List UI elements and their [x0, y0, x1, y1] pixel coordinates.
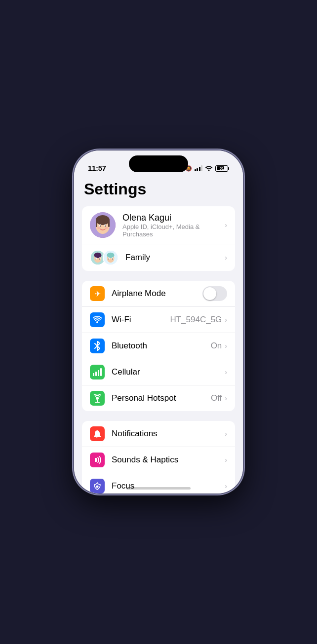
svg-point-25	[96, 321, 98, 323]
personal-hotspot-row[interactable]: Personal Hotspot Off ›	[82, 385, 235, 411]
cellular-label: Cellular	[112, 367, 225, 377]
bluetooth-value: On	[211, 341, 222, 351]
sounds-haptics-icon	[90, 453, 105, 467]
dynamic-island	[129, 155, 188, 172]
sounds-haptics-row[interactable]: Sounds & Haptics ›	[82, 447, 235, 473]
sounds-haptics-chevron: ›	[225, 456, 227, 464]
svg-rect-26	[93, 373, 94, 376]
svg-rect-33	[95, 458, 97, 462]
bluetooth-chevron: ›	[225, 342, 227, 350]
svg-point-16	[95, 259, 96, 260]
wifi-label: Wi-Fi	[112, 315, 170, 325]
bluetooth-label: Bluetooth	[112, 341, 211, 351]
svg-rect-28	[98, 370, 99, 376]
status-time: 11:57	[88, 164, 106, 172]
svg-point-20	[107, 253, 115, 258]
svg-point-30	[96, 397, 99, 400]
profile-section: Olena Kagui Apple ID, iCloud+, Media & P…	[82, 206, 235, 271]
svg-point-17	[99, 259, 100, 260]
svg-rect-4	[108, 220, 110, 227]
cellular-row[interactable]: Cellular ›	[82, 359, 235, 385]
sounds-haptics-label: Sounds & Haptics	[112, 455, 225, 465]
notifications-chevron: ›	[225, 430, 227, 438]
family-avatar-2	[103, 250, 119, 265]
wifi-icon	[90, 312, 105, 327]
notifications-row[interactable]: Notifications ›	[82, 421, 235, 447]
svg-point-8	[105, 226, 106, 227]
personal-hotspot-label: Personal Hotspot	[112, 393, 211, 403]
svg-rect-29	[100, 368, 102, 376]
svg-rect-32	[95, 402, 100, 403]
page-title: Settings	[74, 175, 243, 206]
airplane-mode-toggle[interactable]	[202, 286, 227, 301]
phone-frame: 11:57 🔕	[74, 151, 243, 493]
settings-content[interactable]: Settings	[74, 175, 243, 493]
wifi-value: HT_594C_5G	[170, 315, 222, 325]
svg-point-13	[94, 253, 102, 258]
home-indicator	[126, 487, 191, 490]
profile-name: Olena Kagui	[122, 213, 225, 223]
svg-point-2	[96, 215, 110, 225]
cellular-icon	[90, 365, 105, 379]
battery: 51	[215, 165, 229, 172]
profile-subtitle: Apple ID, iCloud+, Media & Purchases	[122, 223, 225, 238]
airplane-mode-toggle-thumb	[203, 287, 216, 300]
svg-point-24	[112, 259, 113, 260]
airplane-mode-icon: ✈	[90, 286, 105, 301]
airplane-mode-label: Airplane Mode	[112, 289, 202, 299]
svg-point-10	[105, 227, 108, 229]
status-icons: 🔕	[185, 164, 230, 172]
family-chevron: ›	[225, 254, 227, 262]
notifications-icon	[90, 426, 105, 441]
family-label: Family	[125, 253, 225, 263]
personal-hotspot-value: Off	[211, 393, 222, 403]
cellular-chevron: ›	[225, 368, 227, 376]
wifi-chevron: ›	[225, 316, 227, 324]
signal-bar-2	[197, 168, 198, 171]
svg-rect-27	[95, 372, 97, 376]
notifications-label: Notifications	[112, 429, 225, 439]
svg-point-7	[100, 226, 101, 227]
battery-level: 51	[215, 166, 228, 171]
family-avatars	[90, 250, 119, 265]
svg-point-9	[97, 227, 100, 229]
personal-hotspot-icon	[90, 391, 105, 406]
svg-rect-3	[96, 220, 97, 227]
wifi-row[interactable]: Wi-Fi HT_594C_5G ›	[82, 307, 235, 333]
connectivity-section: ✈ Airplane Mode	[82, 281, 235, 411]
signal-bars	[195, 165, 203, 171]
family-row[interactable]: Family ›	[82, 244, 235, 271]
focus-label: Focus	[112, 481, 225, 491]
svg-point-23	[108, 259, 109, 260]
signal-bar-4	[201, 165, 202, 171]
signal-bar-1	[195, 169, 196, 171]
screen: 11:57 🔕	[74, 151, 243, 493]
profile-chevron: ›	[225, 221, 227, 229]
personal-hotspot-chevron: ›	[225, 394, 227, 402]
bluetooth-row[interactable]: Bluetooth On ›	[82, 333, 235, 359]
focus-row[interactable]: Focus ›	[82, 473, 235, 493]
signal-bar-3	[199, 167, 200, 171]
wifi-icon	[205, 164, 213, 172]
notifications-section: Notifications › Sounds & Haptics ›	[82, 421, 235, 493]
profile-row[interactable]: Olena Kagui Apple ID, iCloud+, Media & P…	[82, 206, 235, 244]
airplane-mode-row[interactable]: ✈ Airplane Mode	[82, 281, 235, 307]
bluetooth-icon	[90, 339, 105, 353]
profile-info: Olena Kagui Apple ID, iCloud+, Media & P…	[122, 213, 225, 238]
focus-icon	[90, 479, 105, 493]
focus-chevron: ›	[225, 482, 227, 490]
profile-avatar	[90, 212, 116, 238]
svg-point-34	[96, 486, 99, 488]
